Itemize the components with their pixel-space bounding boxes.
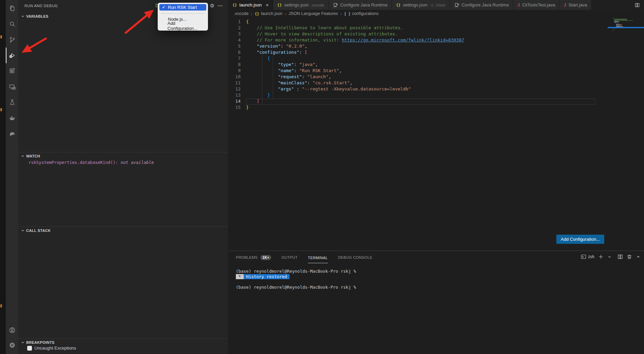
activity-bar-item-run-debug[interactable] — [6, 48, 18, 63]
tab-configure-java-runtime[interactable]: Configure Java Runtime — [450, 0, 513, 10]
line-number: 7 — [228, 56, 246, 62]
chevron-down-icon — [20, 14, 25, 19]
code-text: "args" : "--regtest -Xkeyvalue.datasourc… — [246, 86, 595, 91]
section-header-watch[interactable]: WATCH — [18, 152, 228, 159]
more-actions-icon[interactable]: ⋯ — [217, 3, 223, 9]
add-configuration-button[interactable]: Add Configuration... — [556, 235, 604, 244]
watch-expression-row[interactable]: rskSystemProperties.databaseKind(): not … — [29, 160, 154, 165]
minimap-line — [618, 24, 622, 25]
line-number: 2 — [228, 25, 246, 31]
minimap-line — [614, 19, 627, 20]
tab-label: Start.java — [569, 2, 587, 7]
tab-configure-java-runtime[interactable]: Configure Java Runtime — [329, 0, 392, 10]
minimap-line — [622, 24, 622, 25]
terminal-output[interactable]: (base) reynoldmorel@Reynolds-MacBook-Pro… — [236, 269, 356, 290]
code-line-content: // Use IntelliSense to learn about possi… — [246, 25, 595, 31]
uncaught-exceptions-checkbox[interactable] — [27, 346, 32, 351]
minimap-line — [614, 29, 614, 30]
java-file-icon: J — [517, 2, 520, 7]
activity-bar-item-testing[interactable] — [6, 95, 18, 110]
tab-label: launch.json — [239, 2, 262, 7]
close-icon[interactable]: × — [266, 3, 269, 7]
minimap-line — [616, 26, 618, 26]
java-runtime-cup-icon — [454, 2, 459, 7]
breadcrumb-label: JSON Language Features — [289, 11, 338, 16]
section-header-call-stack[interactable]: CALL STACK — [18, 226, 228, 234]
breakpoint-label: Uncaught Exceptions — [34, 345, 76, 351]
code-editor[interactable]: 1{2 // Use IntelliSense to learn about p… — [228, 19, 644, 111]
activity-bar-item-search[interactable] — [6, 16, 18, 32]
editor-group: {}launch.json×{}settings.json.vscodeConf… — [228, 0, 644, 251]
json-file-icon: {} — [277, 3, 282, 7]
tab-start-java[interactable]: JStart.java — [559, 0, 591, 10]
kill-terminal-trash-icon[interactable] — [627, 254, 632, 259]
split-editor-icon[interactable] — [630, 0, 644, 10]
panel-tab-debug-console[interactable]: DEBUG CONSOLE — [338, 251, 372, 264]
debug-settings-gear-icon[interactable]: ⚙ — [210, 3, 214, 9]
panel-tab-terminal[interactable]: TERMINAL — [308, 251, 328, 264]
breadcrumb-item[interactable]: .vscode — [234, 11, 248, 16]
line-number: 9 — [228, 68, 246, 74]
tab-clitoolstest-java[interactable]: JCliToolsTest.java — [513, 0, 559, 10]
new-terminal-icon[interactable] — [598, 254, 604, 259]
code-line-content: ] — [246, 99, 595, 105]
breakpoint-row: Uncaught Exceptions — [27, 345, 76, 351]
line-number: 10 — [228, 74, 246, 80]
activity-bar-item-explorer[interactable] — [6, 1, 18, 16]
code-text: // For more information, visit: https://… — [246, 37, 595, 43]
tab-launch-json[interactable]: {}launch.json× — [228, 0, 273, 10]
terminal-line: * History restored — [236, 274, 356, 280]
activity-bar-item-remote-explorer[interactable] — [6, 79, 18, 95]
settings-icon — [8, 341, 16, 349]
code-line-7: 7 { — [228, 56, 644, 62]
maximize-panel-chevron-icon[interactable] — [636, 254, 641, 259]
explorer-icon — [8, 4, 16, 13]
tab-settings-json[interactable]: {}settings.json~/.../User — [392, 0, 450, 10]
search-icon — [8, 20, 16, 28]
panel-tab-output[interactable]: OUTPUT — [281, 251, 298, 264]
code-line-content: "configurations": [ — [246, 50, 595, 56]
breadcrumb-separator: › — [285, 11, 286, 16]
activity-bar-item-docker[interactable] — [6, 110, 18, 126]
activity-bar-item-settings[interactable] — [6, 338, 18, 353]
code-text: // Hover to view descriptions of existin… — [246, 31, 595, 36]
terminal-line: (base) reynoldmorel@Reynolds-MacBook-Pro… — [236, 285, 356, 290]
breadcrumb-label: configurations — [352, 11, 379, 16]
code-line-content: } — [246, 92, 595, 99]
minimap-line — [615, 23, 615, 23]
breadcrumb-item[interactable]: JSON Language Features — [289, 11, 338, 16]
activity-bar-item-accounts[interactable] — [6, 323, 18, 338]
terminal-icon — [581, 254, 586, 259]
checkmark-icon: ✓ — [162, 5, 168, 10]
split-terminal-icon[interactable] — [617, 254, 623, 259]
section-label: BREAKPOINTS — [26, 340, 54, 344]
menu-item-add-configuration-[interactable]: Add Configuration... — [159, 22, 206, 29]
testing-icon — [8, 98, 16, 106]
panel-tab-label: PROBLEMS — [236, 255, 258, 259]
code-line-content: "mainClass": "co.rsk.Start", — [246, 80, 595, 86]
breadcrumb-item[interactable]: {}launch.json — [255, 11, 282, 16]
activity-bar-item-source-control[interactable] — [6, 32, 18, 48]
code-line-content: "version": "0.2.0", — [246, 44, 595, 50]
json-file-icon: {} — [255, 12, 259, 16]
section-header-breakpoints[interactable]: BREAKPOINTS — [18, 338, 228, 346]
menu-item-run-rsk-start[interactable]: ✓Run RSK Start — [159, 4, 206, 11]
activity-bar-item-gradle[interactable] — [6, 126, 18, 141]
panel-tab-label: DEBUG CONSOLE — [338, 255, 372, 259]
panel-tab-problems[interactable]: PROBLEMS1K+ — [236, 251, 271, 264]
line-number: 3 — [228, 31, 246, 37]
tab-settings-json[interactable]: {}settings.json.vscode — [273, 0, 329, 10]
tab-label: settings.json — [403, 2, 428, 7]
breadcrumb-item[interactable]: [ ]configurations — [344, 11, 379, 16]
breadcrumb-separator: › — [341, 11, 342, 16]
panel-tab-label: TERMINAL — [308, 252, 328, 263]
minimap-line — [613, 18, 613, 18]
activity-bar-item-extensions[interactable] — [6, 63, 18, 79]
minimap-line — [614, 19, 628, 19]
launch-profile-chevron-icon[interactable] — [607, 255, 612, 259]
shell-selector[interactable]: zsh — [581, 254, 594, 259]
extensions-icon — [8, 67, 16, 75]
section-label: VARIABLES — [26, 14, 48, 18]
code-line-10: 10 "request": "launch", — [228, 74, 644, 80]
minimap-line — [622, 20, 633, 21]
